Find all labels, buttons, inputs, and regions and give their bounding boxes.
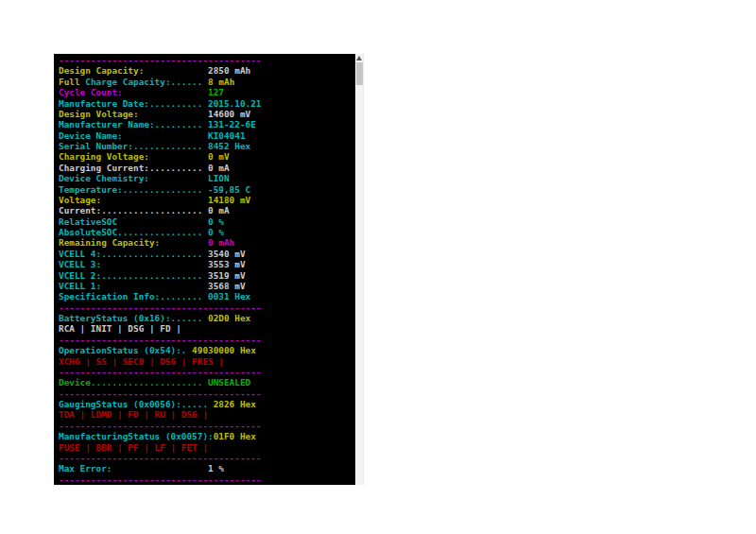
vcell2-row: VCELL 2:................... 3519 mV bbox=[59, 270, 355, 281]
vcell4-row: VCELL 4:................... 3540 mV bbox=[59, 249, 355, 259]
separator-row: -------------------------------------- bbox=[59, 302, 355, 313]
manufacturing-status-flags-row: FUSE | BBR | PF | LF | FET | bbox=[59, 442, 355, 453]
scrollbar-thumb[interactable] bbox=[356, 62, 363, 85]
full-charge-capacity-row: Full Charge Capacity:...... 8 mAh bbox=[59, 77, 355, 87]
terminal-window[interactable]: --------------------------------------De… bbox=[54, 54, 355, 485]
manufacture-date-row: Manufacture Date:.......... 2015.10.21 bbox=[59, 98, 355, 109]
terminal-text-segment: Charge Capacity:...... bbox=[85, 77, 208, 87]
terminal-text-segment: RelativeSOC bbox=[59, 216, 208, 227]
gauging-status-flags-row: TDA | LDMD | FD | RU | DSG | bbox=[59, 409, 355, 420]
relative-soc-row: RelativeSOC 0 % bbox=[59, 216, 355, 227]
terminal-text-segment: 0 mA bbox=[208, 163, 230, 173]
terminal-text-segment: VCELL 1: bbox=[59, 281, 208, 291]
battery-status-row: BatteryStatus (0x16):...... 02D0 Hex bbox=[59, 313, 355, 323]
terminal-text-segment: 0 mAh bbox=[208, 237, 234, 248]
device-name-row: Device Name: KI04041 bbox=[59, 130, 355, 141]
terminal-text-segment: Manufacture Date:.......... bbox=[59, 98, 208, 109]
terminal-output: --------------------------------------De… bbox=[59, 55, 355, 485]
terminal-text-segment: -59,85 C bbox=[208, 184, 250, 195]
terminal-text-segment: Cycle Count: bbox=[59, 87, 208, 97]
terminal-text-segment: XCHG | SS | SEC0 | DSG | PRES | bbox=[59, 356, 224, 367]
terminal-text-segment: Device Chemistry: bbox=[59, 173, 208, 183]
terminal-text-segment: 8452 Hex bbox=[208, 141, 250, 151]
terminal-text-segment: Current:................... bbox=[59, 205, 208, 215]
design-capacity-row: Design Capacity: 2850 mAh bbox=[59, 65, 355, 76]
operation-status-flags-row: XCHG | SS | SEC0 | DSG | PRES | bbox=[59, 356, 355, 367]
remaining-capacity-row: Remaining Capacity: 0 mAh bbox=[59, 237, 355, 248]
separator-row: -------------------------------------- bbox=[59, 453, 355, 463]
terminal-text-segment: Charging Voltage: bbox=[59, 151, 208, 162]
terminal-text-segment: 2850 mAh bbox=[208, 65, 250, 76]
current-row: Current:................... 0 mA bbox=[59, 205, 355, 215]
separator-row: -------------------------------------- bbox=[59, 388, 355, 399]
separator-dashes: -------------------------------------- bbox=[59, 55, 261, 65]
terminal-text-segment: 3540 mV bbox=[208, 249, 246, 259]
separator-row: -------------------------------------- bbox=[59, 474, 355, 485]
terminal-text-segment: GaugingStatus (0x0056):..... bbox=[59, 399, 214, 409]
terminal-text-segment: 2015.10.21 bbox=[208, 98, 261, 109]
terminal-text-segment: Remaining Capacity: bbox=[59, 237, 208, 248]
separator-row: -------------------------------------- bbox=[59, 55, 355, 65]
terminal-text-segment: 3553 mV bbox=[208, 259, 246, 269]
terminal-text-segment: Full bbox=[59, 77, 85, 87]
terminal-text-segment: VCELL 3: bbox=[59, 259, 208, 269]
terminal-text-segment: 0 mV bbox=[208, 151, 230, 162]
separator-dashes: -------------------------------------- bbox=[59, 302, 261, 313]
absolute-soc-row: AbsoluteSOC................ 0 % bbox=[59, 227, 355, 237]
separator-row: -------------------------------------- bbox=[59, 367, 355, 377]
terminal-text-segment: Charging Current:.......... bbox=[59, 163, 208, 173]
charging-current-row: Charging Current:.......... 0 mA bbox=[59, 163, 355, 173]
terminal-text-segment: Temperature:............... bbox=[59, 184, 208, 195]
max-error-row: Max Error: 1 % bbox=[59, 463, 355, 474]
separator-dashes: -------------------------------------- bbox=[59, 335, 261, 345]
terminal-text-segment: OperationStatus (0x54):. bbox=[59, 345, 192, 355]
separator-dashes: -------------------------------------- bbox=[59, 474, 261, 485]
battery-status-flags-row: RCA | INIT | DSG | FD | bbox=[59, 323, 355, 334]
terminal-text-segment: TDA | LDMD | FD | RU | DSG | bbox=[59, 409, 208, 420]
separator-row: -------------------------------------- bbox=[59, 421, 355, 431]
terminal-text-segment: RCA | INIT | DSG | FD | bbox=[59, 323, 181, 334]
terminal-text-segment: AbsoluteSOC................ bbox=[59, 227, 208, 237]
terminal-text-segment: VCELL 2:................... bbox=[59, 270, 208, 281]
terminal-text-segment: 0 % bbox=[208, 227, 224, 237]
cycle-count-row: Cycle Count: 127 bbox=[59, 87, 355, 97]
separator-dashes: -------------------------------------- bbox=[59, 421, 261, 431]
terminal-text-segment: 0 mA bbox=[208, 205, 230, 215]
terminal-text-segment: FUSE | BBR | PF | LF | FET | bbox=[59, 442, 208, 453]
scroll-up-icon[interactable] bbox=[356, 56, 362, 60]
terminal-text-segment: 0031 Hex bbox=[208, 291, 250, 301]
vcell1-row: VCELL 1: 3568 mV bbox=[59, 281, 355, 291]
terminal-text-segment: ManufacturingStatus (0x0057): bbox=[59, 431, 214, 441]
voltage-row: Voltage: 14180 mV bbox=[59, 195, 355, 205]
terminal-text-segment: 01F0 Hex bbox=[214, 431, 256, 441]
terminal-text-segment: VCELL 4:................... bbox=[59, 249, 208, 259]
terminal-text-segment: 0 % bbox=[208, 216, 224, 227]
terminal-text-segment: Serial Number:............. bbox=[59, 141, 208, 151]
terminal-text-segment: LION bbox=[208, 173, 230, 183]
terminal-text-segment: 49030000 Hex bbox=[192, 345, 256, 355]
manufacturing-status-row: ManufacturingStatus (0x0057):01F0 Hex bbox=[59, 431, 355, 441]
terminal-text-segment: UNSEALED bbox=[208, 377, 250, 388]
terminal-text-segment: 02D0 Hex bbox=[208, 313, 250, 323]
separator-row: -------------------------------------- bbox=[59, 335, 355, 345]
manufacturer-name-row: Manufacturer Name:......... 131-22-6E bbox=[59, 119, 355, 129]
terminal-text-segment: Specification Info:........ bbox=[59, 291, 208, 301]
device-seal-row: Device..................... UNSEALED bbox=[59, 377, 355, 388]
device-chemistry-row: Device Chemistry: LION bbox=[59, 173, 355, 183]
gauging-status-row: GaugingStatus (0x0056):..... 2826 Hex bbox=[59, 399, 355, 409]
separator-dashes: -------------------------------------- bbox=[59, 388, 261, 399]
terminal-text-segment: Manufacturer Name:......... bbox=[59, 119, 208, 129]
scrollbar[interactable] bbox=[355, 54, 364, 485]
terminal-text-segment: Design Voltage: bbox=[59, 109, 208, 119]
terminal-text-segment: BatteryStatus (0x16):...... bbox=[59, 313, 208, 323]
terminal-text-segment: 127 bbox=[208, 87, 224, 97]
operation-status-row: OperationStatus (0x54):. 49030000 Hex bbox=[59, 345, 355, 355]
terminal-text-segment: Device..................... bbox=[59, 377, 208, 388]
terminal-text-segment: 131-22-6E bbox=[208, 119, 256, 129]
charging-voltage-row: Charging Voltage: 0 mV bbox=[59, 151, 355, 162]
terminal-text-segment: 2826 Hex bbox=[214, 399, 256, 409]
terminal-text-segment: 14180 mV bbox=[208, 195, 250, 205]
terminal-text-segment: 1 % bbox=[208, 463, 224, 474]
separator-dashes: -------------------------------------- bbox=[59, 453, 261, 463]
vcell3-row: VCELL 3: 3553 mV bbox=[59, 259, 355, 269]
